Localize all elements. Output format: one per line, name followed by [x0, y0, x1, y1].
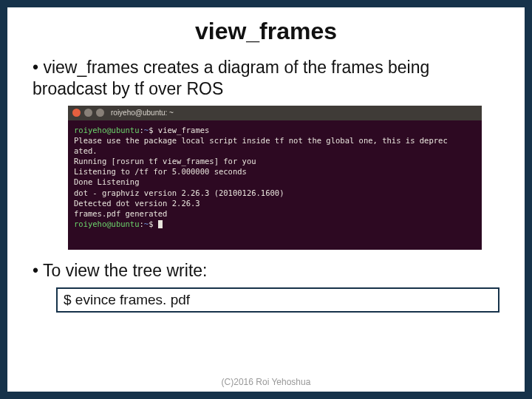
terminal-prompt-line: roiyeho@ubuntu:~$	[74, 219, 476, 229]
terminal-output-line: ated.	[74, 146, 476, 156]
terminal-titlebar: roiyeho@ubuntu: ~	[68, 106, 482, 120]
close-icon	[72, 109, 81, 117]
terminal-output-line: Running [rosrun tf view_frames] for you	[74, 156, 476, 166]
terminal-window-title: roiyeho@ubuntu: ~	[111, 109, 174, 117]
terminal-output-line: Listening to /tf for 5.000000 seconds	[74, 166, 476, 177]
terminal-output-line: Done Listening	[74, 177, 476, 187]
maximize-icon	[96, 109, 104, 117]
minimize-icon	[84, 109, 92, 117]
copyright-footer: (C)2016 Roi Yehoshua	[7, 377, 525, 387]
terminal-command: view_frames	[158, 126, 210, 134]
terminal-body: roiyeho@ubuntu:~$ view_frames Please use…	[68, 120, 482, 250]
command-box: $ evince frames. pdf	[56, 287, 499, 313]
terminal-user: roiyeho@ubuntu	[74, 126, 140, 134]
slide-title: view_frames	[28, 18, 504, 45]
slide: view_frames view_frames creates a diagra…	[7, 7, 525, 392]
terminal-prompt-line: roiyeho@ubuntu:~$ view_frames	[74, 125, 476, 135]
terminal-output-line: dot - graphviz version 2.26.3 (20100126.…	[74, 188, 476, 198]
cursor-icon	[158, 220, 163, 228]
terminal-output-line: frames.pdf generated	[74, 208, 476, 219]
bullet-description: view_frames creates a diagram of the fra…	[33, 57, 504, 100]
bullet-instruction: To view the tree write:	[33, 260, 504, 282]
terminal-output-line: Please use the package local script insi…	[74, 135, 476, 146]
terminal-output-line: Detected dot version 2.26.3	[74, 198, 476, 208]
terminal-screenshot: roiyeho@ubuntu: ~ roiyeho@ubuntu:~$ view…	[68, 106, 482, 250]
